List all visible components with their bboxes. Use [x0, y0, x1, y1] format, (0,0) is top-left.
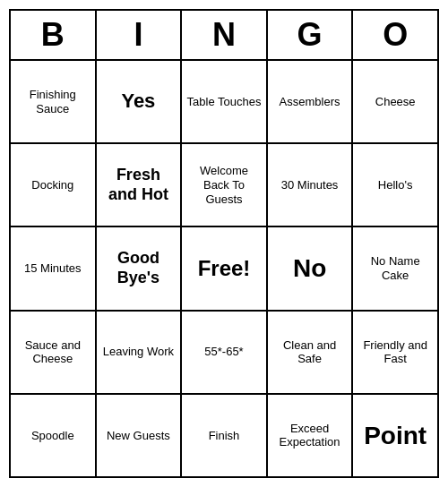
bingo-grid: Finishing SauceYesTable TouchesAssembler…	[11, 61, 437, 476]
bingo-cell: Table Touches	[182, 61, 268, 142]
bingo-cell: Welcome Back To Guests	[182, 144, 268, 226]
bingo-row: Finishing SauceYesTable TouchesAssembler…	[11, 61, 437, 144]
bingo-cell: Good Bye's	[97, 227, 183, 309]
header-letter: B	[11, 11, 97, 59]
header-letter: G	[268, 11, 354, 59]
header-letter: N	[182, 11, 268, 59]
bingo-cell: Yes	[97, 61, 183, 142]
bingo-cell: Fresh and Hot	[97, 144, 183, 226]
bingo-cell: 55*-65*	[182, 312, 268, 393]
bingo-card: BINGO Finishing SauceYesTable TouchesAss…	[9, 9, 439, 478]
bingo-cell: Clean and Safe	[268, 312, 354, 393]
bingo-cell: 30 Minutes	[268, 144, 354, 226]
bingo-cell: Exceed Expectation	[268, 395, 354, 476]
bingo-cell: Hello's	[353, 144, 437, 226]
bingo-row: 15 MinutesGood Bye'sFree!NoNo Name Cake	[11, 227, 437, 311]
bingo-cell: Friendly and Fast	[353, 312, 437, 393]
bingo-cell: Spoodle	[11, 395, 97, 476]
header-letter: O	[353, 11, 437, 59]
bingo-cell: New Guests	[97, 395, 183, 476]
bingo-row: DockingFresh and HotWelcome Back To Gues…	[11, 144, 437, 227]
bingo-cell: Leaving Work	[97, 312, 183, 393]
bingo-cell: Finish	[182, 395, 268, 476]
bingo-cell: Point	[353, 395, 437, 476]
bingo-cell: 15 Minutes	[11, 227, 97, 309]
bingo-cell: Assemblers	[268, 61, 354, 142]
bingo-cell: No	[268, 227, 354, 309]
bingo-cell: Docking	[11, 144, 97, 226]
bingo-cell: Free!	[182, 227, 268, 309]
bingo-cell: Finishing Sauce	[11, 61, 97, 142]
header-letter: I	[97, 11, 183, 59]
bingo-row: SpoodleNew GuestsFinishExceed Expectatio…	[11, 395, 437, 476]
bingo-row: Sauce and CheeseLeaving Work55*-65*Clean…	[11, 312, 437, 395]
bingo-cell: Cheese	[353, 61, 437, 142]
bingo-cell: Sauce and Cheese	[11, 312, 97, 393]
bingo-cell: No Name Cake	[353, 227, 437, 309]
bingo-header: BINGO	[11, 11, 437, 61]
